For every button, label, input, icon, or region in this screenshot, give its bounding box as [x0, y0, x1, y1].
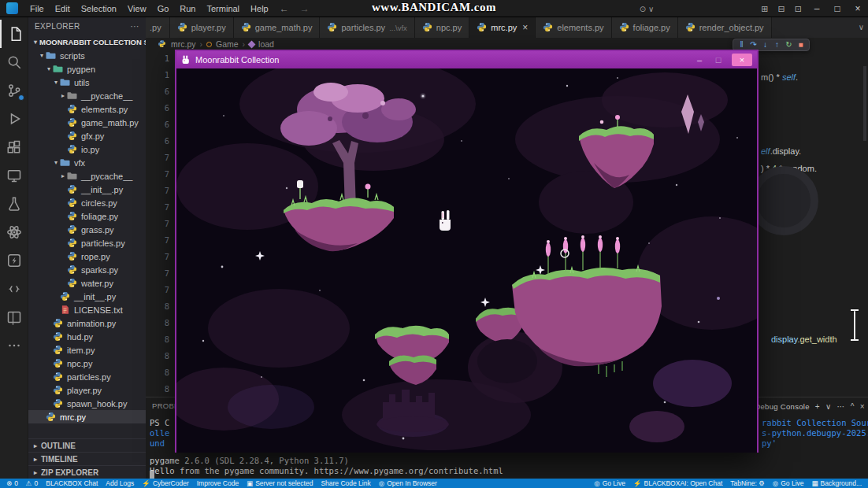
console-icon-[interactable]: ×: [860, 402, 865, 411]
tab-render-object-py[interactable]: render_object.py: [678, 17, 772, 38]
tree-item-sparks-py[interactable]: sparks.py: [28, 263, 146, 276]
status-go-live-2[interactable]: ◎Go Live: [773, 479, 804, 487]
menu-view[interactable]: View: [122, 4, 152, 13]
sidebar-section-zip-explorer[interactable]: ▸ZIP EXPLORER: [28, 465, 146, 479]
tree-item-game-math-py[interactable]: game_math.py: [28, 116, 146, 129]
sidebar-section-timeline[interactable]: ▸TIMELINE: [28, 452, 146, 465]
tab-foliage-py[interactable]: foliage.py: [612, 17, 678, 38]
tree-item-player-py[interactable]: player.py: [28, 383, 146, 397]
tree-item-item-py[interactable]: item.py: [28, 343, 146, 357]
extensions-icon[interactable]: [0, 133, 28, 161]
tree-item-water-py[interactable]: water.py: [28, 276, 146, 290]
search-icon[interactable]: [0, 48, 28, 76]
step-out-button[interactable]: ↑: [772, 39, 782, 50]
status-background[interactable]: ▦Background...: [812, 479, 862, 487]
tree-item-npc-py[interactable]: npc.py: [28, 357, 146, 370]
tab-player-py[interactable]: player.py: [170, 17, 234, 38]
tree-item-foliage-py[interactable]: foliage.py: [28, 209, 146, 223]
step-into-button[interactable]: ↓: [760, 39, 770, 50]
restart-button[interactable]: ↻: [784, 39, 794, 50]
tab-py[interactable]: .py: [146, 17, 170, 38]
menu-file[interactable]: File: [24, 4, 50, 13]
status-server-not-selected[interactable]: ▣Server not selected: [247, 479, 313, 487]
status-improve-code[interactable]: Improve Code: [197, 479, 239, 487]
menu-help[interactable]: Help: [245, 4, 274, 13]
game-window[interactable]: Moonrabbit Collection – □ ×: [175, 50, 759, 453]
tree-item-scripts[interactable]: ▾scripts: [28, 49, 146, 62]
explorer-icon[interactable]: [0, 20, 28, 48]
status-blackbox-chat[interactable]: BLACKBOX Chat: [46, 479, 98, 487]
window-maximize-button[interactable]: □: [827, 0, 848, 17]
console-icon-[interactable]: ∨: [825, 402, 832, 411]
tree-item-utils[interactable]: ▾utils: [28, 76, 146, 89]
tree-item-init-py[interactable]: __init__.py: [28, 183, 146, 196]
tree-item-hud-py[interactable]: hud.py: [28, 330, 146, 343]
status-errors[interactable]: ⊗0: [6, 479, 18, 487]
status-go-live-1[interactable]: ◎Go Live: [594, 479, 625, 487]
status-blackboxai-open-chat[interactable]: ⚡BLACKBOXAI: Open Chat: [633, 479, 722, 487]
nav-forward-arrow[interactable]: →: [300, 3, 310, 14]
window-minimize-button[interactable]: –: [807, 0, 827, 17]
tree-item-grass-py[interactable]: grass.py: [28, 223, 146, 236]
pause-button[interactable]: ‖: [736, 39, 747, 50]
explorer-more-icon[interactable]: ⋯: [131, 21, 139, 31]
project-root-item[interactable]: ▾ MOONRABBIT COLLECTION SO...: [28, 35, 146, 49]
game-maximize-button[interactable]: □: [709, 54, 728, 66]
breadcrumb-item[interactable]: load: [258, 39, 274, 49]
toggle-panel-icon[interactable]: ⊞: [756, 4, 773, 14]
status-warnings[interactable]: ⚠0: [26, 479, 38, 487]
menu-selection[interactable]: Selection: [76, 4, 122, 13]
tree-item-pycache[interactable]: ▸__pycache__: [28, 169, 146, 183]
game-window-titlebar[interactable]: Moonrabbit Collection – □ ×: [176, 51, 757, 68]
game-viewport[interactable]: [176, 68, 757, 453]
status-cybercoder[interactable]: ⚡CyberCoder: [142, 479, 188, 487]
game-minimize-button[interactable]: –: [690, 54, 709, 66]
tree-item-vfx[interactable]: ▾vfx: [28, 156, 146, 169]
remote-explorer-icon[interactable]: [0, 161, 28, 190]
menu-run[interactable]: Run: [174, 4, 201, 13]
tree-item-rope-py[interactable]: rope.py: [28, 250, 146, 263]
breadcrumb-item[interactable]: Game: [216, 39, 239, 49]
tree-item-init-py[interactable]: __init__.py: [28, 290, 146, 303]
run-debug-icon[interactable]: [0, 105, 28, 133]
status-tabnine[interactable]: TabNine: ⚙: [730, 479, 765, 487]
tab-game-math-py[interactable]: game_math.py: [234, 17, 321, 38]
tree-item-gfx-py[interactable]: gfx.py: [28, 129, 146, 142]
tab-elements-py[interactable]: elements.py: [536, 17, 611, 38]
status-share-code-link[interactable]: Share Code Link: [321, 479, 370, 487]
tree-item-particles-py[interactable]: particles.py: [28, 370, 146, 383]
editor-scrollbar[interactable]: [863, 66, 866, 141]
menu-go[interactable]: Go: [152, 4, 175, 13]
tree-item-animation-py[interactable]: animation.py: [28, 316, 146, 330]
status-open-in-browser[interactable]: ◎Open In Browser: [379, 479, 437, 487]
tree-item-io-py[interactable]: io.py: [28, 142, 146, 156]
console-icon-[interactable]: ⋯: [837, 402, 845, 411]
tab-close-icon[interactable]: ×: [522, 22, 528, 33]
toggle-sidebar-icon[interactable]: ⊟: [773, 4, 790, 14]
sidebar-section-outline[interactable]: ▸OUTLINE: [28, 438, 146, 452]
menu-edit[interactable]: Edit: [50, 4, 76, 13]
menu-terminal[interactable]: Terminal: [202, 4, 246, 13]
console-icon-[interactable]: ^: [851, 402, 855, 411]
tab-mrc-py[interactable]: mrc.py×: [469, 17, 536, 38]
react-tools-icon[interactable]: [0, 218, 28, 246]
customize-layout-icon[interactable]: ⊡: [790, 4, 807, 14]
window-close-button[interactable]: ×: [848, 0, 868, 17]
blackbox-icon[interactable]: [0, 246, 28, 275]
tree-item-mrc-py[interactable]: mrc.py: [28, 410, 146, 423]
account-icon[interactable]: ⊙ ∨: [640, 5, 654, 13]
tab-overflow-icon[interactable]: ∨: [859, 17, 864, 38]
tree-item-pygpen[interactable]: ▾pygpen: [28, 62, 146, 76]
tree-item-pycache[interactable]: ▸__pycache__: [28, 89, 146, 102]
tree-item-spawn-hook-py[interactable]: spawn_hook.py: [28, 397, 146, 410]
testing-beaker-icon[interactable]: [0, 190, 28, 218]
nav-back-arrow[interactable]: ←: [280, 3, 289, 14]
tab-particles-py[interactable]: particles.py...\vfx: [320, 17, 414, 38]
tree-item-elements-py[interactable]: elements.py: [28, 102, 146, 116]
tree-item-particles-py[interactable]: particles.py: [28, 236, 146, 250]
breadcrumb-item[interactable]: mrc.py: [171, 39, 196, 49]
stop-button[interactable]: ■: [796, 39, 806, 50]
step-over-button[interactable]: ↷: [748, 39, 759, 50]
source-control-icon[interactable]: [0, 76, 28, 105]
tab-npc-py[interactable]: npc.py: [415, 17, 469, 38]
